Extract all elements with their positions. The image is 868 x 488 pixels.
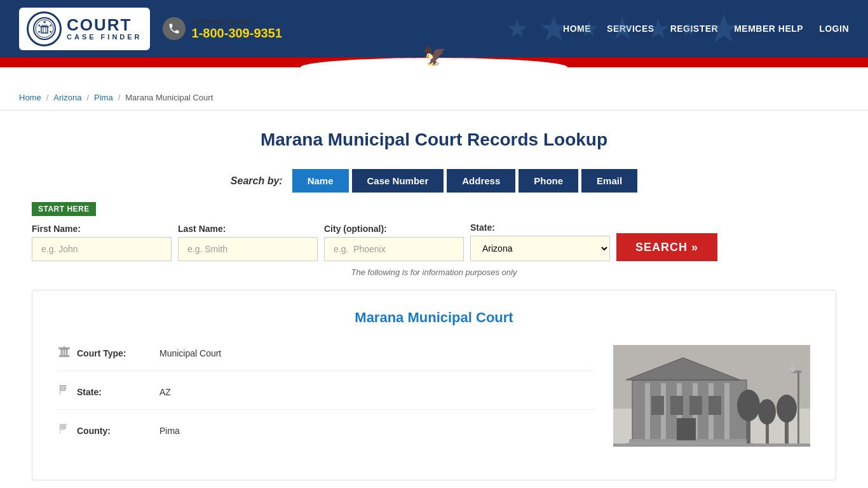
svg-point-44 [776, 395, 797, 423]
search-button[interactable]: SEARCH » [616, 233, 717, 261]
county-icon [58, 423, 77, 438]
svg-rect-19 [61, 349, 62, 356]
breadcrumb-sep-3: / [118, 93, 121, 102]
court-building-image [613, 345, 810, 447]
svg-text:★: ★ [37, 30, 40, 34]
logo-emblem: ★ ★ ★ ★ ★ [27, 11, 62, 46]
info-note: The following is for information purpose… [32, 268, 836, 277]
star-3: ★ [579, 16, 599, 41]
star-6: ★ [680, 18, 697, 40]
star-right-1: ★ [451, 51, 458, 60]
phone-icon [163, 17, 186, 40]
svg-point-47 [789, 366, 796, 372]
state-detail-value: AZ [159, 387, 171, 397]
svg-text:★: ★ [37, 24, 40, 27]
court-details-left: Court Type: Municipal Court State: AZ [58, 345, 594, 461]
nav-member-help[interactable]: MEMBER HELP [734, 24, 803, 34]
logo-text: COURT CASE FINDER [67, 17, 142, 41]
star-5: ★ [646, 13, 670, 44]
phone-icon-svg [168, 22, 180, 35]
search-by-label: Search by: [231, 175, 283, 187]
logo-link[interactable]: ★ ★ ★ ★ ★ COURT CASE FINDER [19, 8, 150, 50]
svg-point-42 [758, 399, 776, 424]
detail-row-state: State: AZ [58, 384, 594, 410]
svg-rect-20 [64, 349, 65, 356]
svg-rect-35 [670, 396, 683, 415]
court-info-title: Marana Municipal Court [58, 309, 810, 326]
first-name-field: First Name: [32, 224, 172, 261]
svg-point-40 [737, 390, 760, 421]
start-here-badge: START HERE [32, 202, 96, 216]
header-stars-decoration: ★ ★ ★ ★ ★ ★ ★ [506, 0, 741, 57]
tab-address[interactable]: Address [447, 169, 515, 193]
breadcrumb-arizona[interactable]: Arizona [53, 93, 81, 102]
tab-email[interactable]: Email [581, 169, 637, 193]
star-left-2: ★ [398, 51, 405, 60]
location-flag-icon-svg [58, 423, 71, 435]
state-select[interactable]: Alabama Alaska Arizona Arkansas Californ… [470, 236, 610, 261]
pillar-icon-svg [58, 345, 71, 358]
header-left: ★ ★ ★ ★ ★ COURT CASE FINDER [19, 8, 282, 50]
first-name-input[interactable] [32, 237, 172, 261]
nav-login[interactable]: LOGIN [819, 24, 849, 34]
breadcrumb-pima[interactable]: Pima [94, 93, 113, 102]
county-value: Pima [159, 426, 180, 436]
search-by-row: Search by: Name Case Number Address Phon… [32, 169, 836, 193]
svg-rect-38 [677, 418, 696, 440]
court-info-box: Marana Municipal Court [32, 290, 836, 480]
star-1: ★ [506, 14, 529, 43]
breadcrumb-home[interactable]: Home [19, 93, 41, 102]
flag-icon-svg [58, 384, 71, 396]
header-phone: Customer Service 1-800-309-9351 [163, 17, 282, 41]
svg-text:★: ★ [43, 20, 46, 24]
main-content: Marana Municipal Court Records Lookup Se… [0, 111, 868, 488]
star-left-1: ★ [386, 51, 393, 60]
search-form: First Name: Last Name: City (optional): … [32, 222, 836, 261]
red-bar: ★ ★ ★ 🦅 ★ ★ ★ [0, 57, 868, 67]
state-field: State: Alabama Alaska Arizona Arkansas C… [470, 222, 610, 261]
svg-rect-48 [613, 444, 810, 447]
logo-case-finder-text: CASE FINDER [67, 33, 142, 41]
tab-name[interactable]: Name [292, 169, 349, 193]
logo-court-text: COURT [67, 17, 142, 33]
breadcrumb: Home / Arizona / Pima / Marana Municipal… [19, 93, 849, 102]
tab-case-number[interactable]: Case Number [352, 169, 444, 193]
breadcrumb-sep-2: / [86, 93, 89, 102]
star-right-2: ★ [463, 51, 470, 60]
breadcrumb-current: Marana Municipal Court [125, 93, 213, 102]
svg-rect-37 [709, 396, 721, 415]
eagle-icon: 🦅 [423, 44, 446, 67]
city-input[interactable] [324, 237, 464, 261]
svg-rect-34 [651, 396, 664, 415]
logo-emblem-svg: ★ ★ ★ ★ ★ [32, 17, 57, 41]
svg-rect-36 [689, 396, 702, 415]
svg-rect-26 [645, 383, 650, 440]
court-details-row: Court Type: Municipal Court State: AZ [58, 345, 810, 461]
tab-phone[interactable]: Phone [519, 169, 578, 193]
star-7: ★ [707, 6, 741, 51]
phone-info: Customer Service 1-800-309-9351 [192, 17, 282, 41]
phone-number: 1-800-309-9351 [192, 26, 282, 41]
detail-row-county: County: Pima [58, 423, 594, 448]
svg-rect-21 [66, 349, 67, 356]
court-type-label: Court Type: [77, 348, 159, 358]
breadcrumb-sep-1: / [46, 93, 49, 102]
court-building-svg [613, 345, 810, 447]
detail-row-court-type: Court Type: Municipal Court [58, 345, 594, 371]
last-name-field: Last Name: [178, 224, 318, 261]
star-right-3: ★ [475, 51, 482, 60]
state-label: State: [470, 222, 610, 233]
eagle-area: ★ ★ ★ 🦅 ★ ★ ★ [386, 44, 482, 67]
page-title: Marana Municipal Court Records Lookup [32, 130, 836, 150]
last-name-input[interactable] [178, 237, 318, 261]
phone-label: Customer Service [192, 17, 282, 26]
star-left-3: ★ [410, 51, 417, 60]
city-label: City (optional): [324, 224, 464, 234]
star-2: ★ [538, 8, 569, 49]
svg-text:★: ★ [48, 30, 51, 34]
court-type-value: Municipal Court [159, 348, 221, 358]
svg-text:★: ★ [48, 24, 51, 27]
last-name-label: Last Name: [178, 224, 318, 234]
state-detail-label: State: [77, 387, 159, 397]
star-4: ★ [608, 10, 637, 47]
